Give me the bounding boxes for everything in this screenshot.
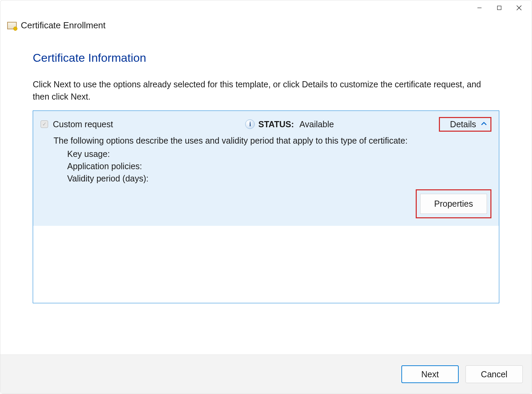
- validity-period-label: Validity period (days):: [67, 172, 491, 185]
- window-titlebar: [0, 0, 532, 15]
- cancel-button[interactable]: Cancel: [466, 365, 523, 383]
- close-button[interactable]: [509, 1, 529, 14]
- maximize-button[interactable]: [489, 1, 509, 14]
- minimize-icon: [477, 5, 482, 10]
- properties-button-wrap: Properties: [41, 189, 491, 218]
- status-value: Available: [299, 119, 334, 129]
- wizard-content: Certificate Information Click Next to us…: [0, 31, 532, 354]
- wizard-title: Certificate Enrollment: [21, 20, 106, 31]
- properties-button[interactable]: Properties: [420, 194, 487, 214]
- info-icon: i: [245, 119, 255, 129]
- svg-rect-1: [498, 6, 501, 10]
- custom-request-item: ✓ Custom request i STATUS: Available Det…: [33, 111, 499, 226]
- maximize-icon: [497, 5, 502, 10]
- certificate-enrollment-wizard: Certificate Enrollment Certificate Infor…: [0, 0, 532, 394]
- request-checkbox[interactable]: ✓: [41, 120, 48, 128]
- details-toggle[interactable]: Details: [439, 117, 491, 132]
- page-heading: Certificate Information: [33, 51, 499, 64]
- close-icon: [516, 5, 522, 11]
- properties-highlight: Properties: [416, 189, 491, 218]
- details-description: The following options describe the uses …: [54, 136, 491, 146]
- request-header-row: ✓ Custom request i STATUS: Available Det…: [41, 117, 491, 132]
- certificate-templates-panel: ✓ Custom request i STATUS: Available Det…: [33, 111, 499, 303]
- key-usage-label: Key usage:: [67, 148, 491, 160]
- details-toggle-label: Details: [450, 119, 476, 129]
- chevron-up-icon: [481, 121, 487, 127]
- wizard-header: Certificate Enrollment: [0, 15, 532, 31]
- status-group: i STATUS: Available: [245, 119, 334, 129]
- next-button[interactable]: Next: [401, 365, 459, 383]
- status-label: STATUS:: [258, 119, 294, 129]
- wizard-footer: Next Cancel: [0, 354, 532, 394]
- details-list: Key usage: Application policies: Validit…: [67, 148, 491, 185]
- request-name-label: Custom request: [53, 119, 113, 129]
- minimize-button[interactable]: [470, 1, 489, 14]
- certificate-icon: [7, 22, 17, 29]
- application-policies-label: Application policies:: [67, 160, 491, 172]
- page-instruction: Click Next to use the options already se…: [33, 78, 499, 103]
